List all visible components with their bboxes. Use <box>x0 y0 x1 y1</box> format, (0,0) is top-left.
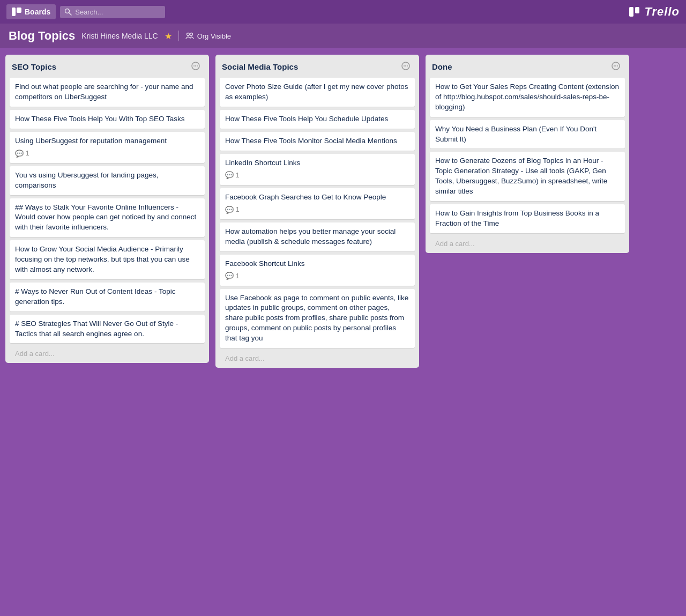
card-text: How These Five Tools Help You With Top S… <box>15 115 184 123</box>
svg-line-1 <box>69 13 72 16</box>
svg-point-6 <box>195 65 196 66</box>
card-text: How to Generate Dozens of Blog Topics in… <box>435 157 607 195</box>
svg-point-10 <box>405 65 406 66</box>
svg-point-5 <box>193 65 195 66</box>
card[interactable]: Cover Photo Size Guide (after I get my n… <box>220 78 415 107</box>
trello-logo-text: Trello <box>644 5 680 19</box>
star-icon[interactable]: ★ <box>165 31 172 41</box>
visibility-label: Org Visible <box>197 32 231 40</box>
search-input[interactable] <box>75 8 161 16</box>
card-text: Find out what people are searching for -… <box>15 83 193 101</box>
card-meta: 💬1 <box>225 205 409 215</box>
card-text: Facebook Graph Searches to Get to Know P… <box>225 193 386 201</box>
nav-left: Boards <box>6 4 165 19</box>
boards-button[interactable]: Boards <box>6 4 56 19</box>
card[interactable]: How These Five Tools Monitor Social Medi… <box>220 132 415 151</box>
comment-icon: 💬 <box>225 271 234 281</box>
svg-point-14 <box>615 65 616 66</box>
svg-point-7 <box>197 65 198 66</box>
list-header: Social Media Topics <box>215 55 419 78</box>
svg-point-15 <box>617 65 618 66</box>
card[interactable]: How These Five Tools Help You Schedule U… <box>220 110 415 129</box>
card[interactable]: Facebook Shortcut Links💬1 <box>220 255 415 286</box>
card[interactable]: How These Five Tools Help You With Top S… <box>10 110 205 129</box>
card[interactable]: # SEO Strategies That Will Never Go Out … <box>10 315 205 344</box>
svg-point-3 <box>190 33 192 36</box>
boards-label: Boards <box>25 8 50 16</box>
card[interactable]: Why You Need a Business Plan (Even If Yo… <box>430 120 625 149</box>
card-text: LinkedIn Shortcut Links <box>225 159 300 167</box>
list-done: DoneHow to Get Your Sales Reps Creating … <box>426 55 629 253</box>
card-text: Facebook Shortcut Links <box>225 259 305 268</box>
people-icon <box>185 32 194 40</box>
list-seo-topics: SEO TopicsFind out what people are searc… <box>5 55 209 363</box>
list-header: SEO Topics <box>5 55 209 78</box>
card-meta: 💬1 <box>225 170 409 180</box>
trello-logo: Trello <box>629 5 680 19</box>
card[interactable]: You vs using Ubersuggest for landing pag… <box>10 166 205 195</box>
board-org: Kristi Hines Media LLC <box>81 32 158 40</box>
card-text: How to Grow Your Social Media Audience -… <box>15 245 190 273</box>
list-header: Done <box>426 55 629 78</box>
card-text: Why You Need a Business Plan (Even If Yo… <box>435 125 596 143</box>
card-text: How to Get Your Sales Reps Creating Cont… <box>435 83 619 111</box>
comment-icon: 💬 <box>15 149 24 159</box>
card-text: Using UberSuggest for reputation managem… <box>15 137 167 145</box>
card-text: ## Ways to Stalk Your Favorite Online In… <box>15 203 196 232</box>
card-text: # SEO Strategies That Will Never Go Out … <box>15 320 178 338</box>
search-icon <box>64 8 72 16</box>
board-header: Blog Topics Kristi Hines Media LLC ★ Org… <box>0 24 686 48</box>
list-menu-button[interactable] <box>399 60 413 73</box>
card[interactable]: Find out what people are searching for -… <box>10 78 205 107</box>
card[interactable]: Using UberSuggest for reputation managem… <box>10 132 205 163</box>
list-social-media-topics: Social Media TopicsCover Photo Size Guid… <box>215 55 419 368</box>
org-visible: Org Visible <box>185 32 231 40</box>
list-title: Done <box>432 62 452 71</box>
card[interactable]: How to Gain Insights from Top Business B… <box>430 204 625 233</box>
list-menu-button[interactable] <box>609 60 623 73</box>
comment-icon: 💬 <box>225 170 234 180</box>
board-content: SEO TopicsFind out what people are searc… <box>0 48 686 374</box>
card-text: # Ways to Never Run Out of Content Ideas… <box>15 287 175 306</box>
add-card-button[interactable]: Add a card... <box>430 236 625 251</box>
card[interactable]: How to Generate Dozens of Blog Topics in… <box>430 152 625 201</box>
card[interactable]: Facebook Graph Searches to Get to Know P… <box>220 188 415 219</box>
search-box[interactable] <box>60 6 165 18</box>
board-title: Blog Topics <box>9 29 75 43</box>
card-text: Use Facebook as page to comment on publi… <box>225 294 408 343</box>
card-text: How to Gain Insights from Top Business B… <box>435 209 599 227</box>
svg-point-9 <box>404 65 405 66</box>
card-meta: 💬1 <box>15 149 199 159</box>
comment-icon: 💬 <box>225 205 234 215</box>
comment-count: 1 <box>236 205 240 214</box>
card[interactable]: ## Ways to Stalk Your Favorite Online In… <box>10 198 205 238</box>
card-meta: 💬1 <box>225 271 409 281</box>
card[interactable]: Use Facebook as page to comment on publi… <box>220 289 415 348</box>
card-text: How These Five Tools Monitor Social Medi… <box>225 137 397 145</box>
svg-point-2 <box>187 33 189 36</box>
svg-point-13 <box>614 65 615 66</box>
comment-count: 1 <box>236 171 240 180</box>
comment-count: 1 <box>26 149 29 158</box>
list-title: Social Media Topics <box>222 62 298 71</box>
card[interactable]: How to Get Your Sales Reps Creating Cont… <box>430 78 625 117</box>
card-text: Cover Photo Size Guide (after I get my n… <box>225 83 408 101</box>
svg-point-11 <box>407 65 408 66</box>
boards-icon <box>12 8 21 16</box>
list-title: SEO Topics <box>12 62 56 71</box>
card-text: How These Five Tools Help You Schedule U… <box>225 115 388 123</box>
card[interactable]: How to Grow Your Social Media Audience -… <box>10 240 205 279</box>
card[interactable]: # Ways to Never Run Out of Content Ideas… <box>10 283 205 311</box>
card-text: You vs using Ubersuggest for landing pag… <box>15 171 158 189</box>
add-card-button[interactable]: Add a card... <box>220 351 415 366</box>
top-navigation: Boards Trello <box>0 0 686 24</box>
divider <box>178 31 179 41</box>
card-text: How automation helps you better manage y… <box>225 227 396 246</box>
add-card-button[interactable]: Add a card... <box>10 346 205 361</box>
trello-logo-icon <box>629 7 641 17</box>
list-menu-button[interactable] <box>189 60 203 73</box>
card[interactable]: LinkedIn Shortcut Links💬1 <box>220 154 415 185</box>
card[interactable]: How automation helps you better manage y… <box>220 222 415 251</box>
comment-count: 1 <box>236 272 240 281</box>
